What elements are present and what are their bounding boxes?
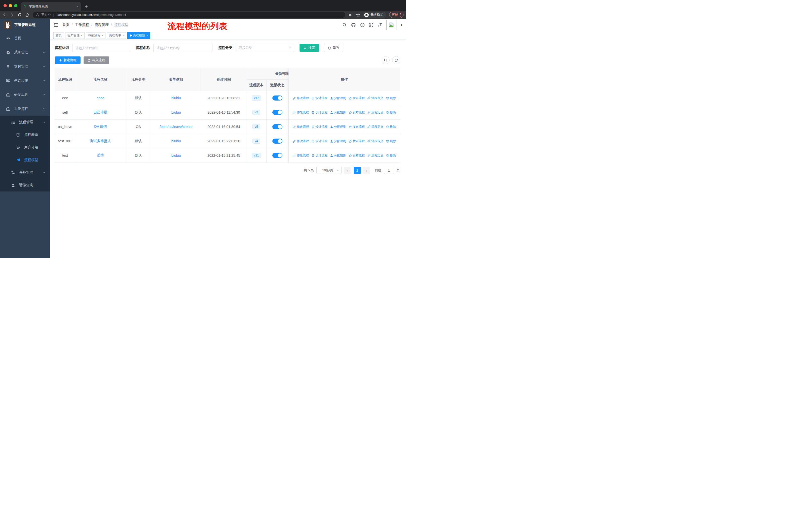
url-text[interactable]: dashboard.yudao.iocoder.cn/bpm/manager/m… xyxy=(57,13,126,17)
tag-tenant[interactable]: 租户管理× xyxy=(65,32,85,39)
create-process-button[interactable]: 新建流程 xyxy=(55,56,81,64)
help-icon[interactable] xyxy=(360,23,365,27)
active-toggle[interactable] xyxy=(272,139,283,144)
process-definition-link[interactable]: 流程定义 xyxy=(367,96,383,100)
tag-close-icon[interactable]: × xyxy=(146,34,148,37)
cell-form-info[interactable]: biubiu xyxy=(151,148,201,163)
edit-process-link[interactable]: 修改流程 xyxy=(293,154,309,158)
sidebar-item-devtools[interactable]: 研发工具 xyxy=(0,88,50,102)
tag-close-icon[interactable]: × xyxy=(102,34,103,37)
delete-link[interactable]: 删除 xyxy=(386,110,396,115)
sidebar-logo[interactable]: 芋道管理系统 xyxy=(0,19,50,31)
search-button[interactable]: 搜索 xyxy=(299,44,319,52)
tag-process-model[interactable]: 流程模型× xyxy=(127,32,150,39)
process-definition-link[interactable]: 流程定义 xyxy=(367,125,383,129)
sidebar-item-process-mgmt[interactable]: 流程管理 xyxy=(0,116,50,129)
key-icon[interactable] xyxy=(349,13,353,17)
edit-process-link[interactable]: 修改流程 xyxy=(293,139,309,143)
active-toggle[interactable] xyxy=(272,124,283,129)
tag-close-icon[interactable]: × xyxy=(122,34,124,37)
process-definition-link[interactable]: 流程定义 xyxy=(367,139,383,143)
assign-rule-link[interactable]: 分配规则 xyxy=(330,139,346,143)
assign-rule-link[interactable]: 分配规则 xyxy=(330,154,346,158)
delete-link[interactable]: 删除 xyxy=(386,96,396,100)
sidebar-item-leave-query[interactable]: 请假查询 xyxy=(0,179,50,191)
prev-page-button[interactable]: ‹ xyxy=(344,167,351,174)
process-definition-link[interactable]: 流程定义 xyxy=(367,110,383,115)
minimize-window-button[interactable] xyxy=(9,4,12,7)
publish-process-link[interactable]: 发布流程 xyxy=(349,125,365,129)
address-bar[interactable]: 不安全 | dashboard.yudao.iocoder.cn/bpm/man… xyxy=(33,12,345,18)
publish-process-link[interactable]: 发布流程 xyxy=(349,139,365,143)
browser-tab[interactable]: 芋道管理系统 × xyxy=(21,2,81,11)
cell-form-info[interactable]: biubiu xyxy=(151,91,201,105)
cell-process-name[interactable]: 自己审批 xyxy=(75,105,126,119)
cell-process-name[interactable]: eeee xyxy=(75,91,126,105)
cell-form-info[interactable]: /bpm/oa/leave/create xyxy=(151,120,201,134)
cell-process-name[interactable]: 测试多审批人 xyxy=(75,134,126,148)
avatar-caret-icon[interactable]: ▾ xyxy=(401,23,402,27)
process-category-select[interactable]: 流程分类 xyxy=(236,44,294,52)
current-page-button[interactable]: 1 xyxy=(354,167,361,174)
sidebar-item-workflow[interactable]: 工作流程 xyxy=(0,102,50,116)
browser-update-button[interactable]: 更新 xyxy=(389,12,404,18)
close-window-button[interactable] xyxy=(3,4,7,7)
font-size-icon[interactable]: TT xyxy=(378,22,382,27)
edit-process-link[interactable]: 修改流程 xyxy=(293,110,309,115)
github-icon[interactable] xyxy=(351,23,356,27)
browser-menu-icon[interactable] xyxy=(400,13,401,17)
active-toggle[interactable] xyxy=(272,153,283,158)
goto-page-input[interactable] xyxy=(384,167,394,174)
publish-process-link[interactable]: 发布流程 xyxy=(349,110,365,115)
design-process-link[interactable]: 设计流程 xyxy=(311,96,327,100)
active-toggle[interactable] xyxy=(272,110,283,115)
hide-search-button[interactable] xyxy=(382,56,389,64)
tag-my-process[interactable]: 我的流程× xyxy=(86,32,105,39)
window-controls[interactable] xyxy=(0,0,21,11)
breadcrumb-process-mgmt[interactable]: 流程管理 xyxy=(89,23,109,27)
next-page-button[interactable]: › xyxy=(363,167,370,174)
cell-form-info[interactable]: biubiu xyxy=(151,105,201,119)
cell-process-name[interactable]: OA 请假 xyxy=(75,120,126,134)
reset-button[interactable]: 重置 xyxy=(324,44,343,52)
breadcrumb-home[interactable]: 首页 xyxy=(62,23,69,27)
design-process-link[interactable]: 设计流程 xyxy=(311,154,327,158)
edit-process-link[interactable]: 修改流程 xyxy=(293,96,309,100)
sidebar-item-payment[interactable]: ¥ 支付管理 xyxy=(0,59,50,74)
design-process-link[interactable]: 设计流程 xyxy=(311,110,327,115)
back-icon[interactable] xyxy=(2,13,6,17)
new-tab-button[interactable]: + xyxy=(85,4,88,9)
sidebar-item-process-form[interactable]: 流程表单 xyxy=(0,129,50,141)
edit-process-link[interactable]: 修改流程 xyxy=(293,125,309,129)
delete-link[interactable]: 删除 xyxy=(386,139,396,143)
sidebar-item-process-model[interactable]: 流程模型 xyxy=(0,154,50,166)
zoom-window-button[interactable] xyxy=(14,4,18,7)
cell-process-name[interactable]: 滔博 xyxy=(75,148,126,163)
sidebar-item-user-group[interactable]: 用户分组 xyxy=(0,141,50,154)
avatar[interactable] xyxy=(386,20,397,30)
header-search-icon[interactable] xyxy=(342,23,347,27)
active-toggle[interactable] xyxy=(272,96,283,101)
forward-icon[interactable] xyxy=(10,13,14,17)
design-process-link[interactable]: 设计流程 xyxy=(311,125,327,129)
publish-process-link[interactable]: 发布流程 xyxy=(349,96,365,100)
process-key-input[interactable] xyxy=(72,44,130,52)
tag-process-form[interactable]: 流程表单× xyxy=(107,32,126,39)
sidebar-item-system[interactable]: 系统管理 xyxy=(0,45,50,59)
refresh-button[interactable] xyxy=(392,56,400,64)
publish-process-link[interactable]: 发布流程 xyxy=(349,154,365,158)
breadcrumb-workflow[interactable]: 工作流程 xyxy=(69,23,89,27)
tab-close-icon[interactable]: × xyxy=(77,4,79,8)
cell-form-info[interactable]: biubiu xyxy=(151,134,201,148)
delete-link[interactable]: 删除 xyxy=(386,125,396,129)
security-label[interactable]: 不安全 xyxy=(41,13,51,17)
fullscreen-icon[interactable] xyxy=(369,23,374,27)
tag-close-icon[interactable]: × xyxy=(81,34,82,37)
tag-home[interactable]: 首页 xyxy=(53,32,64,39)
sidebar-item-home[interactable]: 首页 xyxy=(0,31,50,45)
page-size-select[interactable]: 10条/页 xyxy=(316,167,342,174)
process-name-input[interactable] xyxy=(153,44,212,52)
sidebar-item-infra[interactable]: 基础设施 xyxy=(0,74,50,88)
security-warning-icon[interactable] xyxy=(36,13,39,17)
collapse-sidebar-icon[interactable] xyxy=(53,22,58,27)
